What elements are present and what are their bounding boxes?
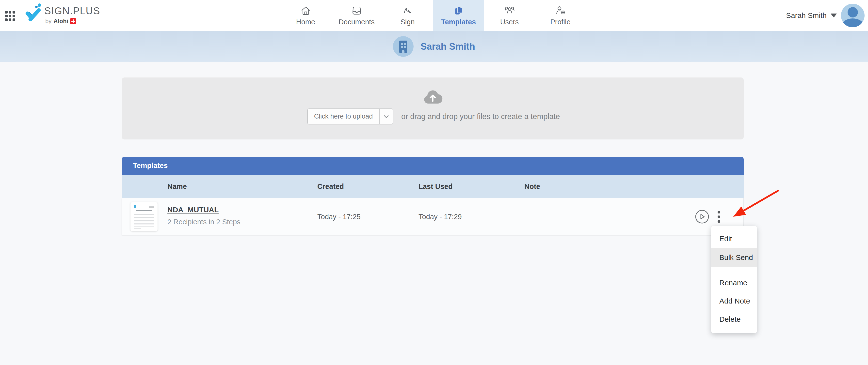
user-account-menu[interactable]: Sarah Smith	[786, 0, 866, 31]
organization-icon	[393, 36, 413, 57]
menu-item-add-note[interactable]: Add Note	[711, 292, 757, 310]
run-template-button[interactable]	[695, 209, 709, 224]
nav-tab-users[interactable]: Users	[484, 0, 535, 31]
row-more-options-button[interactable]	[714, 208, 724, 225]
user-name: Sarah Smith	[786, 11, 827, 20]
menu-item-edit[interactable]: Edit	[711, 230, 757, 248]
nav-label: Users	[500, 18, 519, 26]
nav-tab-profile[interactable]: Profile	[535, 0, 586, 31]
menu-divider	[711, 270, 757, 270]
sign-signature-icon	[402, 5, 413, 16]
nav-label: Documents	[339, 18, 375, 26]
account-banner: Sarah Smith	[0, 31, 868, 62]
menu-item-bulk-send[interactable]: Bulk Send	[711, 248, 757, 267]
nav-label: Home	[296, 18, 315, 26]
templates-icon	[453, 5, 464, 16]
column-header-last-used: Last Used	[418, 175, 453, 198]
profile-icon	[555, 5, 566, 16]
templates-panel: Templates Name Created Last Used Note ND…	[122, 157, 744, 235]
upload-dropzone[interactable]: Click here to upload or drag and drop yo…	[122, 77, 744, 139]
nav-tab-sign[interactable]: Sign	[382, 0, 433, 31]
main-nav: Home Documents Sign	[280, 0, 586, 31]
user-avatar[interactable]	[841, 4, 865, 27]
template-thumbnail[interactable]	[130, 202, 158, 231]
play-icon	[695, 209, 709, 224]
app-launcher-grid-icon[interactable]	[5, 11, 15, 21]
nav-tab-home[interactable]: Home	[280, 0, 331, 31]
row-context-menu: Edit Bulk Send Rename Add Note Delete	[711, 226, 757, 333]
home-icon	[300, 5, 311, 16]
menu-item-delete[interactable]: Delete	[711, 310, 757, 328]
last-used-timestamp: Today - 17:29	[418, 198, 462, 235]
brand-name: SIGN.PLUS	[44, 5, 100, 16]
documents-icon	[351, 5, 362, 16]
column-header-created: Created	[317, 175, 344, 198]
table-header-row: Name Created Last Used Note	[122, 175, 744, 198]
chevron-down-icon	[831, 13, 837, 18]
account-name: Sarah Smith	[421, 41, 475, 52]
brand-logo[interactable]: SIGN.PLUS by Alohi	[22, 3, 100, 25]
panel-title: Templates	[133, 162, 168, 170]
table-row: NDA_MUTUAL 2 Recipients in 2 Steps Today…	[122, 198, 744, 235]
upload-cloud-icon	[422, 88, 444, 106]
menu-item-rename[interactable]: Rename	[711, 274, 757, 292]
top-navigation-bar: SIGN.PLUS by Alohi Home	[0, 0, 868, 31]
template-name-link[interactable]: NDA_MUTUAL	[167, 206, 241, 214]
byline-prefix: by	[45, 18, 52, 25]
created-timestamp: Today - 17:25	[317, 198, 361, 235]
upload-button-label[interactable]: Click here to upload	[308, 109, 379, 124]
upload-split-button[interactable]: Click here to upload	[307, 108, 393, 125]
nav-tab-documents[interactable]: Documents	[331, 0, 382, 31]
nav-label: Templates	[441, 18, 476, 26]
upload-options-chevron[interactable]	[379, 109, 393, 124]
column-header-name: Name	[167, 175, 187, 198]
template-recipients-info: 2 Recipients in 2 Steps	[167, 218, 241, 226]
users-icon	[504, 5, 515, 16]
signplus-app: SIGN.PLUS by Alohi Home	[0, 0, 868, 365]
nav-label: Profile	[550, 18, 570, 26]
brand-checkmark-icon	[22, 3, 43, 25]
chevron-down-icon	[382, 113, 390, 120]
nav-label: Sign	[400, 18, 414, 26]
nav-tab-templates[interactable]: Templates	[433, 0, 484, 31]
byline-company: Alohi	[54, 18, 68, 25]
column-header-note: Note	[524, 175, 540, 198]
upload-hint-text: or drag and drop your files to create a …	[401, 112, 560, 121]
swiss-flag-icon	[70, 18, 76, 24]
